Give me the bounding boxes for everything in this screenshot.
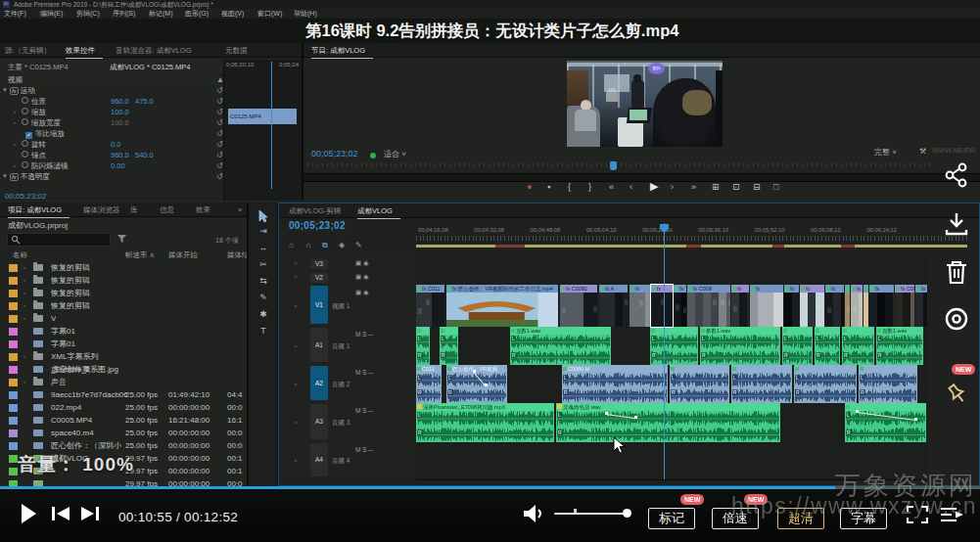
fx-master-clip[interactable]: 主要 * C0125.MP4 [8,63,69,72]
project-row[interactable]: 9aecc1b7e7d7dacb0617aa25.00 fps01:49:42:… [0,388,245,401]
a1-clip[interactable]: 条数1.wavLR [700,327,780,365]
track-header-A2[interactable]: A2▫音频 2M S ─ [279,365,415,404]
track-icons-V2[interactable]: ▣ ◉ [355,273,369,281]
player-button-标记[interactable]: 标记 [648,508,695,529]
menu-1[interactable]: 文件(F) [4,9,26,19]
track-header-master[interactable] [279,479,415,486]
player-progress-played[interactable] [0,486,835,489]
a2-clip[interactable]: C011LR [416,365,442,403]
v1-clip[interactable]: fx C0010.M [895,285,914,327]
project-column-1[interactable]: 名称 [13,250,27,260]
tool-tool-hand[interactable]: ✱ [257,309,269,321]
a2-clip[interactable]: 匠心创作：VR视频LR [446,365,507,403]
v1-clip[interactable]: fx A [599,285,628,327]
a1-clip[interactable]: LR [650,327,698,365]
track-target-A4[interactable]: A4 [310,443,328,476]
track-lock-V3[interactable]: ▫ [295,259,297,266]
track-icons-V1[interactable]: ▣ ◉ [355,289,369,296]
volume-slider-knob[interactable] [623,509,631,518]
track-header-V1[interactable]: V1▫视频 1▣ ◉ [279,285,415,328]
trash-icon[interactable] [944,259,969,285]
project-tab-6[interactable]: » [238,205,242,214]
menu-3[interactable]: 剪辑(C) [76,9,100,19]
fx-sequence-clip[interactable]: 成都VLOG * C0125.MP4 [110,63,191,72]
menu-5[interactable]: 标记(M) [149,9,173,19]
fx-row-9[interactable]: ▼fx不透明度↺ [0,171,221,182]
menu-7[interactable]: 视图(V) [221,9,244,19]
program-zoom-bar[interactable] [303,173,980,182]
timeline-tool-4[interactable]: ◈ [339,241,345,249]
fx-panel-tab-1[interactable]: 源:（无剪辑） [5,46,51,56]
a1-clip[interactable]: LR [815,327,840,365]
track-icons-A3[interactable]: M S ─ [355,407,373,414]
tool-tool-razor[interactable]: ✂ [257,259,269,271]
fx-mini-playhead[interactable] [271,62,272,189]
fx-panel-tab-2[interactable]: 效果控件 [66,46,95,56]
v1-clip[interactable]: fx [845,285,850,327]
transport-button-4[interactable]: } [588,182,591,192]
next-button[interactable] [80,506,100,521]
timeline-tool-2[interactable]: ∩ [305,241,311,249]
project-tab-5[interactable]: 效果 [196,205,210,215]
menu-9[interactable]: 帮助(H) [294,9,317,19]
fx-row-7[interactable]: 锚点960.0 540.0↺ [0,150,221,160]
a3-clip[interactable]: LR [845,403,926,442]
timeline-ruler[interactable]: 00;04;16;0800;04;32;0800;04;48;0800;05;0… [416,224,967,241]
program-playhead[interactable] [610,161,617,170]
transport-button-7[interactable]: ▶ [650,180,658,193]
v1-clip[interactable]: fx [869,285,894,327]
track-header-A4[interactable]: A4▫音频 4M S ─ [279,442,415,480]
fx-row-2[interactable]: 位置960.0 475.0↺ [0,96,221,107]
project-tab-3[interactable]: 库 [130,205,138,215]
a1-clip[interactable]: 克数1.wavLR [876,327,923,365]
tool-tool-track-select[interactable]: ⇥ [257,226,269,238]
v1-clip[interactable]: fx [731,285,749,327]
track-icons-A2[interactable]: M S ─ [355,369,373,376]
project-row[interactable]: 字幕01 [0,338,245,350]
v1-clip[interactable]: fx [750,285,783,327]
v1-clip[interactable]: fx [651,285,673,327]
transport-button-10[interactable]: ⊞ [712,182,720,192]
timeline-tab-2[interactable]: 成都VLOG [357,206,393,216]
transport-button-3[interactable]: { [568,182,571,192]
project-row[interactable]: ›恢复的剪辑 [0,274,245,287]
transport-button-9[interactable]: » [691,182,696,192]
project-row[interactable]: 虚空创作票系图.jpg [0,363,245,376]
track-target-A1[interactable]: A1 [310,328,328,362]
download-icon[interactable] [944,211,969,237]
tool-tool-pen[interactable]: ✎ [257,293,269,304]
a2-clip[interactable]: LR [731,365,792,403]
v1-clip[interactable]: fx [825,285,844,327]
project-tab-2[interactable]: 媒体浏览器 [83,205,120,215]
project-row[interactable]: ›恢复的剪辑 [0,287,245,299]
track-icons-A4[interactable]: M S ─ [355,446,373,453]
program-scrubber[interactable] [307,163,934,172]
project-row[interactable]: 字幕01 [0,325,245,338]
menu-6[interactable]: 图形(G) [185,9,209,19]
fx-row-5[interactable]: ✓等比缩放↺ [0,128,221,139]
filter-funnel-icon[interactable] [117,235,126,243]
track-target-A2[interactable]: A2 [310,366,328,400]
a3-clip[interactable]: 灵魂面包店.wavLR [556,403,780,442]
track-lock-A3[interactable]: ▫ [295,419,297,426]
transport-button-8[interactable]: › [671,182,674,192]
tool-tool-ripple-edit[interactable]: ↔ [257,243,269,254]
project-tab-1[interactable]: 项目: 成都VLOG [8,205,62,215]
a2-clip[interactable]: LR [670,365,729,403]
a1-clip[interactable]: LR [440,327,458,365]
fx-mini-clip[interactable]: C0125.MP4 [228,109,297,124]
tool-tool-type[interactable]: T [257,326,269,338]
transport-button-11[interactable]: ⊡ [732,182,740,192]
project-row[interactable]: 022.mp425.00 fps00:00:00:0000:0 [0,401,245,414]
project-search-input[interactable] [7,233,111,247]
track-lock-A2[interactable]: ▫ [295,381,297,387]
transport-button-6[interactable]: ‹ [630,182,632,192]
project-column-3[interactable]: 媒体开始 [168,250,198,260]
track-target-V3[interactable]: V3 [310,259,328,269]
tool-tool-slip[interactable]: ⇆ [257,276,269,288]
transport-button-12[interactable]: ⊟ [753,182,761,192]
track-header-A3[interactable]: A3▫音频 3M S ─ [279,403,415,443]
track-icons-A1[interactable]: M S ─ [355,331,373,338]
fx-row-1[interactable]: ▼fx运动↺ [0,85,221,96]
v1-clip[interactable]: fx [674,285,686,327]
